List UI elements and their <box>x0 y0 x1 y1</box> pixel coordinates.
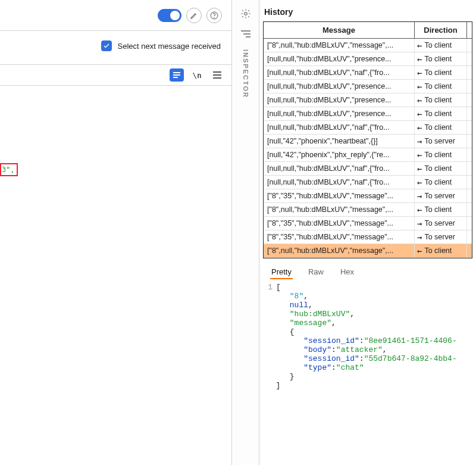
arrow-left-icon: ← <box>417 205 422 214</box>
cell-message: [null,null,"hub:dMBLxUV","naf",{"fro... <box>264 162 415 175</box>
select-next-checkbox[interactable] <box>101 40 112 51</box>
cell-extra <box>467 244 472 257</box>
cell-direction: ←To client <box>415 162 467 175</box>
table-row[interactable]: [null,null,"hub:dMBLxUV","naf",{"fro...←… <box>264 121 472 135</box>
direction-text: To client <box>424 96 452 104</box>
table-row[interactable]: [null,null,"hub:dMBLxUV","presence...←To… <box>264 52 472 66</box>
mini-toolbar: \n <box>0 65 231 86</box>
table-row[interactable]: [null,"42","phoenix","phx_reply",{"re...… <box>264 148 472 162</box>
table-body: ["8",null,"hub:dMBLxUV","message",...←To… <box>264 39 472 258</box>
select-next-row: Select next message received <box>0 31 231 65</box>
right-panel: History Message Direction M ["8",null,"h… <box>259 0 476 465</box>
cell-extra <box>467 80 472 93</box>
cell-direction: ←To client <box>415 52 467 65</box>
arrow-right-icon: → <box>417 219 422 227</box>
json-key: "session_id" <box>303 354 359 363</box>
direction-text: To client <box>424 41 452 49</box>
svg-rect-4 <box>173 77 178 78</box>
cell-message: [null,null,"hub:dMBLxUV","naf",{"fro... <box>264 176 415 189</box>
table-row[interactable]: [null,null,"hub:dMBLxUV","naf",{"fro...←… <box>264 162 472 176</box>
cell-direction: ←To client <box>415 93 467 107</box>
arrow-left-icon: ← <box>417 164 422 173</box>
cell-message: [null,null,"hub:dMBLxUV","presence... <box>264 107 415 120</box>
cell-direction: ←To client <box>415 107 467 120</box>
json-key: "session_id" <box>303 336 359 345</box>
table-row[interactable]: [null,null,"hub:dMBLxUV","naf",{"fro...←… <box>264 176 472 189</box>
inspector-label: INSPECTOR <box>242 49 249 98</box>
tab-pretty[interactable]: Pretty <box>270 266 293 279</box>
table-row[interactable]: ["8","35","hub:dMBLxUV","message"...→To … <box>264 217 472 230</box>
gear-icon[interactable] <box>240 8 251 21</box>
left-panel: Select next message received \n 3", <box>0 0 232 465</box>
json-value: "55d7b647-8a92-4bb4- <box>364 354 457 363</box>
red-highlight-box: 3", <box>0 163 18 176</box>
direction-text: To server <box>424 233 455 241</box>
intercept-toggle[interactable] <box>158 9 181 22</box>
payload-viewer[interactable]: 1[ "8", null, "hub:dMBLxUV", "message", … <box>259 279 476 390</box>
menu-icon[interactable] <box>210 68 224 82</box>
cell-message: [null,null,"hub:dMBLxUV","naf",{"fro... <box>264 121 415 134</box>
direction-text: To client <box>424 246 452 255</box>
json-value: "hub:dMBLxUV" <box>290 310 350 319</box>
format-button[interactable] <box>170 68 184 82</box>
cell-direction: ←To client <box>415 148 467 161</box>
list-icon[interactable] <box>241 30 250 38</box>
col-extra[interactable]: M <box>467 22 472 38</box>
table-row[interactable]: ["8",null,"hub:dMBLxUV","message",...←To… <box>264 244 472 258</box>
arrow-left-icon: ← <box>417 123 422 132</box>
col-message[interactable]: Message <box>264 22 415 38</box>
arrow-left-icon: ← <box>417 151 422 159</box>
app-root: Select next message received \n 3", INSP… <box>0 0 476 465</box>
cell-message: ["8","35","hub:dMBLxUV","message"... <box>264 230 415 244</box>
cell-message: ["8","35","hub:dMBLxUV","message"... <box>264 217 415 230</box>
cell-direction: ←To client <box>415 176 467 189</box>
left-body: 3", <box>0 86 231 465</box>
table-row[interactable]: [null,null,"hub:dMBLxUV","naf",{"fro...←… <box>264 66 472 80</box>
arrow-left-icon: ← <box>417 110 422 118</box>
arrow-left-icon: ← <box>417 55 422 63</box>
history-title: History <box>259 0 476 21</box>
svg-rect-2 <box>173 72 180 73</box>
help-icon[interactable] <box>206 8 222 23</box>
table-row[interactable]: [null,"42","phoenix","heartbeat",{}]→To … <box>264 135 472 148</box>
json-value: "8" <box>290 292 303 301</box>
cell-extra <box>467 148 472 161</box>
direction-text: To client <box>424 68 452 77</box>
history-table: Message Direction M ["8",null,"hub:dMBLx… <box>263 21 472 258</box>
arrow-left-icon: ← <box>417 68 422 77</box>
table-row[interactable]: [null,null,"hub:dMBLxUV","presence...←To… <box>264 80 472 93</box>
red-fragment-text: 3", <box>2 166 15 174</box>
direction-text: To client <box>424 123 452 132</box>
cell-extra <box>467 52 472 65</box>
svg-rect-3 <box>173 74 180 76</box>
table-row[interactable]: ["8","35","hub:dMBLxUV","message"...→To … <box>264 189 472 203</box>
json-key: "body" <box>303 345 331 354</box>
table-row[interactable]: ["8",null,"hub:dMBLxUV","message",...←To… <box>264 39 472 52</box>
tab-raw[interactable]: Raw <box>307 266 325 279</box>
arrow-right-icon: → <box>417 137 422 145</box>
table-row[interactable]: [null,null,"hub:dMBLxUV","presence...←To… <box>264 93 472 107</box>
cell-direction: ←To client <box>415 66 467 79</box>
newline-icon[interactable]: \n <box>190 68 204 82</box>
edit-icon[interactable] <box>186 8 202 23</box>
cell-extra <box>467 93 472 107</box>
table-row[interactable]: ["8",null,"hub:dMBLxUV","message",...←To… <box>264 203 472 217</box>
cell-extra <box>467 121 472 134</box>
tab-hex[interactable]: Hex <box>339 266 355 279</box>
col-direction[interactable]: Direction <box>415 22 467 38</box>
arrow-right-icon: → <box>417 233 422 241</box>
svg-point-1 <box>214 17 215 18</box>
cell-message: ["8",null,"hub:dMBLxUV","message",... <box>264 203 415 216</box>
cell-direction: ←To client <box>415 203 467 216</box>
cell-message: [null,null,"hub:dMBLxUV","naf",{"fro... <box>264 66 415 79</box>
cell-message: [null,null,"hub:dMBLxUV","presence... <box>264 93 415 107</box>
svg-point-8 <box>244 13 247 15</box>
top-controls <box>0 0 231 31</box>
line-number: 1 <box>262 283 273 292</box>
table-row[interactable]: [null,null,"hub:dMBLxUV","presence...←To… <box>264 107 472 121</box>
table-row[interactable]: ["8","35","hub:dMBLxUV","message"...→To … <box>264 230 472 244</box>
cell-direction: ←To client <box>415 80 467 93</box>
cell-extra <box>467 189 472 202</box>
cell-message: [null,null,"hub:dMBLxUV","presence... <box>264 80 415 93</box>
arrow-left-icon: ← <box>417 41 422 49</box>
